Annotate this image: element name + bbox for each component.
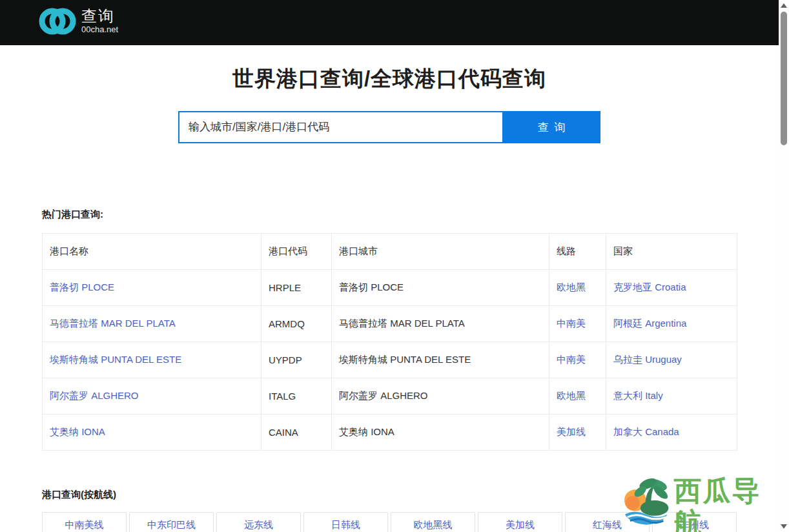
- table-cell: UYPDP: [261, 342, 332, 378]
- hot-ports-heading: 热门港口查询:: [42, 209, 103, 221]
- port-code-value: CAINA: [269, 427, 298, 438]
- table-row: 马德普拉塔 MAR DEL PLATAARMDQ马德普拉塔 MAR DEL PL…: [43, 306, 737, 342]
- route-link[interactable]: 中南美: [557, 354, 586, 365]
- table-cell: 艾奥纳 IONA: [43, 414, 261, 451]
- scroll-up-icon[interactable]: [781, 3, 787, 8]
- port-code-value: ITALG: [269, 391, 296, 402]
- port-code-value: UYPDP: [269, 354, 302, 365]
- route-button-中南美线[interactable]: 中南美线: [42, 512, 127, 532]
- port-name-link[interactable]: 阿尔盖罗 ALGHERO: [50, 390, 139, 401]
- table-cell: 埃斯特角城 PUNTA DEL ESTE: [43, 342, 261, 378]
- table-row: 埃斯特角城 PUNTA DEL ESTEUYPDP埃斯特角城 PUNTA DEL…: [43, 342, 737, 378]
- routes-heading: 港口查询(按航线): [42, 489, 116, 501]
- table-cell: 乌拉圭 Uruguay: [606, 342, 737, 378]
- table-cell: 克罗地亚 Croatia: [606, 270, 737, 306]
- table-cell: 马德普拉塔 MAR DEL PLATA: [43, 306, 261, 342]
- table-cell: 普洛切 PLOCE: [332, 270, 549, 306]
- route-button-日韩线[interactable]: 日韩线: [303, 512, 388, 532]
- browser-viewport: 查询 00cha.net 世界港口查询/全球港口代码查询 查 询 热门港口查询:…: [0, 0, 789, 532]
- 00cha-rings-icon: [39, 6, 76, 37]
- site-header: 查询 00cha.net: [0, 0, 779, 45]
- route-link[interactable]: 中南美: [557, 318, 586, 329]
- table-cell: 加拿大 Canada: [606, 414, 737, 451]
- site-logo[interactable]: 查询 00cha.net: [39, 6, 118, 37]
- route-button-欧地黑线[interactable]: 欧地黑线: [391, 512, 475, 532]
- port-city-value: 阿尔盖罗 ALGHERO: [339, 390, 428, 401]
- port-name-link[interactable]: 马德普拉塔 MAR DEL PLATA: [50, 318, 176, 329]
- table-cell: ARMDQ: [261, 306, 332, 342]
- table-cell: 艾奥纳 IONA: [332, 414, 549, 451]
- logo-text: 查询: [81, 8, 118, 25]
- port-city-value: 普洛切 PLOCE: [339, 281, 404, 292]
- port-name-link[interactable]: 普洛切 PLOCE: [50, 281, 114, 292]
- watermark-island-icon: [621, 475, 671, 526]
- port-search-bar: 查 询: [178, 111, 600, 143]
- route-button-远东线[interactable]: 远东线: [216, 512, 301, 532]
- table-cell: 阿尔盖罗 ALGHERO: [43, 378, 261, 414]
- watermark-brand: 西瓜导航: [673, 475, 789, 532]
- country-link[interactable]: 加拿大 Canada: [613, 426, 679, 437]
- search-button[interactable]: 查 询: [504, 111, 600, 143]
- table-row: 艾奥纳 IONACAINA艾奥纳 IONA美加线加拿大 Canada: [43, 414, 737, 451]
- table-row: 阿尔盖罗 ALGHEROITALG阿尔盖罗 ALGHERO欧地黑意大利 Ital…: [43, 378, 737, 414]
- route-link[interactable]: 美加线: [557, 426, 586, 437]
- route-button-中东印巴线[interactable]: 中东印巴线: [129, 512, 214, 532]
- port-code-value: HRPLE: [269, 282, 301, 293]
- hot-ports-tbody: 普洛切 PLOCEHRPLE普洛切 PLOCE欧地黑克罗地亚 Croatia马德…: [43, 270, 737, 451]
- table-cell: 中南美: [549, 342, 606, 378]
- col-header-port-city: 港口城市: [332, 234, 549, 270]
- route-button-美加线[interactable]: 美加线: [478, 512, 562, 532]
- port-city-value: 埃斯特角城 PUNTA DEL ESTE: [339, 354, 471, 365]
- table-cell: 中南美: [549, 306, 606, 342]
- table-cell: 欧地黑: [549, 270, 606, 306]
- country-link[interactable]: 意大利 Italy: [613, 390, 663, 401]
- table-cell: ITALG: [261, 378, 332, 414]
- country-link[interactable]: 克罗地亚 Croatia: [613, 281, 686, 292]
- col-header-route: 线路: [549, 234, 606, 270]
- table-cell: 意大利 Italy: [606, 378, 737, 414]
- col-header-port-name: 港口名称: [43, 234, 261, 270]
- xgdh-watermark: 西瓜导航 https://xgdh.cn: [621, 475, 789, 532]
- hot-ports-table: 港口名称 港口代码 港口城市 线路 国家 普洛切 PLOCEHRPLE普洛切 P…: [42, 233, 737, 451]
- table-cell: 阿尔盖罗 ALGHERO: [332, 378, 549, 414]
- port-name-link[interactable]: 埃斯特角城 PUNTA DEL ESTE: [50, 354, 181, 365]
- table-row: 普洛切 PLOCEHRPLE普洛切 PLOCE欧地黑克罗地亚 Croatia: [43, 270, 737, 306]
- col-header-country: 国家: [606, 234, 737, 270]
- table-cell: 阿根廷 Argentina: [606, 306, 737, 342]
- search-input[interactable]: [178, 111, 504, 143]
- logo-domain: 00cha.net: [81, 25, 118, 35]
- table-cell: 美加线: [549, 414, 606, 451]
- port-code-value: ARMDQ: [269, 318, 305, 329]
- table-cell: 普洛切 PLOCE: [43, 270, 261, 306]
- scrollbar[interactable]: [779, 0, 789, 532]
- route-link[interactable]: 欧地黑: [557, 390, 586, 401]
- port-name-link[interactable]: 艾奥纳 IONA: [50, 426, 105, 437]
- table-cell: 埃斯特角城 PUNTA DEL ESTE: [332, 342, 549, 378]
- table-cell: CAINA: [261, 414, 332, 451]
- country-link[interactable]: 阿根廷 Argentina: [613, 318, 686, 329]
- port-city-value: 艾奥纳 IONA: [339, 426, 394, 437]
- table-header-row: 港口名称 港口代码 港口城市 线路 国家: [43, 234, 737, 270]
- table-cell: 欧地黑: [549, 378, 606, 414]
- table-cell: 马德普拉塔 MAR DEL PLATA: [332, 306, 549, 342]
- col-header-port-code: 港口代码: [261, 234, 332, 270]
- route-link[interactable]: 欧地黑: [557, 281, 586, 292]
- port-city-value: 马德普拉塔 MAR DEL PLATA: [339, 318, 465, 329]
- country-link[interactable]: 乌拉圭 Uruguay: [613, 354, 682, 365]
- page-title: 世界港口查询/全球港口代码查询: [0, 65, 779, 94]
- scrollbar-thumb[interactable]: [781, 12, 787, 145]
- table-cell: HRPLE: [261, 270, 332, 306]
